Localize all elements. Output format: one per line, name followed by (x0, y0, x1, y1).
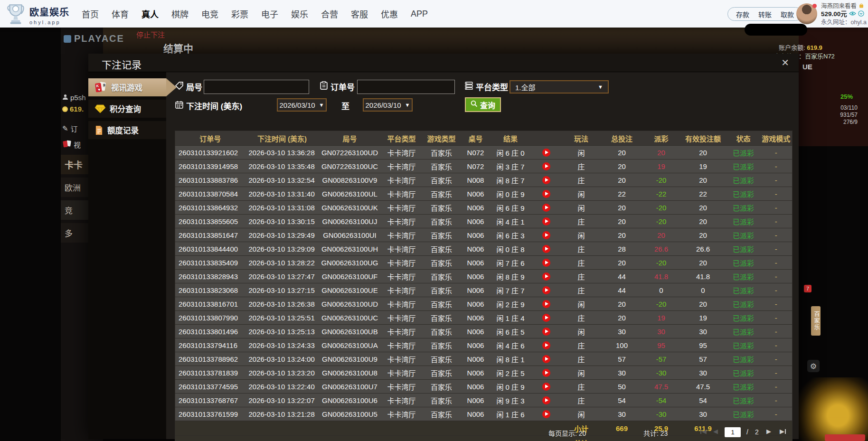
cell-round: GN008263100V9 (319, 173, 381, 187)
permanent-url: 永久网址：ohyl.a (821, 19, 868, 27)
cell-status: 已派彩 (727, 283, 760, 297)
date-from-picker[interactable]: 2026/03/10 ▼ (277, 98, 327, 112)
cell-order: 260310133768767 (175, 394, 245, 407)
replay-button[interactable] (542, 300, 550, 308)
replay-button[interactable] (542, 314, 550, 322)
cell-game-type: 百家乐 (423, 270, 461, 283)
modal-title: 下注记录 (102, 57, 142, 71)
cell-table: N006 (461, 394, 491, 407)
last-page-button[interactable]: ▶ (780, 428, 786, 435)
nav-item[interactable]: 彩票 (231, 8, 248, 20)
nav-item[interactable]: APP (411, 9, 428, 19)
nav-item[interactable]: 娱乐 (291, 8, 308, 20)
cell-payout: -20 (643, 215, 679, 228)
cell-table: N006 (461, 201, 491, 215)
site-logo[interactable]: 欧皇娱乐 ohyl.app (6, 3, 69, 27)
road-stat: 03/110 (807, 104, 858, 112)
replay-button[interactable] (542, 259, 550, 267)
user-avatar[interactable] (796, 3, 817, 24)
nav-item[interactable]: 客服 (351, 8, 368, 20)
page-number-input[interactable]: 1 (725, 427, 741, 437)
video-menu-fragment: 视 (62, 140, 81, 150)
table-row: 2603101338354092026-03-10 13:28:22GN0062… (175, 256, 793, 270)
next-page-button[interactable]: ▶ (766, 428, 771, 435)
cell-play (530, 407, 562, 421)
play-icon (545, 164, 548, 168)
modal-tab[interactable]: 积分查询 (88, 100, 166, 118)
close-icon[interactable]: ✕ (781, 57, 789, 68)
replay-button[interactable] (542, 176, 550, 184)
nav-item[interactable]: 棋牌 (171, 8, 189, 20)
mini-cards-icon (62, 140, 72, 149)
replay-button[interactable] (542, 149, 550, 157)
modal-tab[interactable]: 额度记录 (88, 121, 166, 139)
nav-item[interactable]: 首页 (82, 8, 99, 20)
cell-game-type: 百家乐 (423, 352, 461, 366)
cell-payout: -30 (643, 366, 679, 380)
cell-order: 260310133828943 (175, 270, 245, 283)
date-from-value: 2026/03/10 (280, 101, 315, 109)
cell-game-mode: - (760, 187, 793, 201)
replay-button[interactable] (542, 341, 550, 349)
replay-button[interactable] (542, 190, 550, 198)
cell-table: N006 (461, 187, 491, 201)
date-to-picker[interactable]: 2026/03/10 ▼ (363, 98, 413, 112)
replay-button[interactable] (542, 396, 550, 404)
cell-play-type: 庄 (562, 270, 601, 283)
replay-button[interactable] (542, 204, 550, 212)
platform-select[interactable]: 1.全部 ▼ (509, 80, 609, 94)
round-input[interactable] (204, 80, 309, 94)
replay-button[interactable] (542, 369, 550, 377)
prev-page-button[interactable]: ◀ (713, 428, 718, 435)
modal-tab[interactable]: 9K♥视讯游戏 (88, 78, 166, 96)
order-input[interactable] (357, 80, 455, 94)
nav-item[interactable]: 体育 (112, 8, 129, 20)
refresh-balance-icon[interactable] (858, 10, 864, 19)
cell-table: N006 (461, 311, 491, 325)
nav-item[interactable]: 优惠 (381, 8, 398, 20)
wallet-button[interactable]: 取款 (781, 9, 794, 19)
search-button[interactable]: 查询 (465, 97, 501, 112)
cell-play-type: 闲 (562, 366, 601, 380)
wallet-button[interactable]: 转账 (758, 9, 772, 19)
replay-button[interactable] (542, 328, 550, 336)
nav-item[interactable]: 电子 (261, 8, 278, 20)
replay-button[interactable] (542, 272, 550, 281)
notification-dot (812, 4, 817, 8)
nav-item[interactable]: 合营 (321, 8, 338, 20)
cell-game-type: 百家乐 (423, 215, 461, 228)
replay-button[interactable] (542, 217, 550, 225)
gold-chips-decoration (793, 377, 868, 441)
cell-payout: 19 (643, 311, 679, 325)
replay-button[interactable] (542, 286, 550, 294)
first-page-button[interactable]: ◀ (700, 428, 707, 435)
replay-button[interactable] (542, 355, 550, 363)
cell-status: 已派彩 (727, 338, 760, 352)
cell-result: 闲 8 庄 9 (491, 270, 530, 283)
replay-button[interactable] (542, 162, 550, 170)
total-count-label: 共计: 23 (643, 428, 668, 438)
nav-item[interactable]: 真人 (142, 8, 159, 20)
cell-status: 已派彩 (727, 242, 760, 256)
eye-icon[interactable] (849, 10, 856, 19)
replay-button[interactable] (542, 231, 550, 239)
nav-item[interactable]: 电竞 (201, 8, 218, 20)
replay-button[interactable] (542, 245, 550, 253)
coin-icon (62, 106, 68, 112)
settings-gear-icon[interactable]: ⚙ (807, 360, 820, 372)
cell-total-bet: 20 (601, 146, 643, 160)
column-header: 平台类型 (381, 131, 423, 146)
wallet-button[interactable]: 存款 (736, 9, 749, 19)
cell-table: N072 (461, 146, 491, 160)
table-row: 2603101338705842026-03-10 13:31:40GN0062… (175, 187, 793, 201)
cell-valid-bet: 19 (679, 160, 727, 173)
cell-play (530, 325, 562, 338)
cell-table: N008 (461, 173, 491, 187)
replay-button[interactable] (542, 383, 550, 391)
cell-valid-bet: 20 (679, 215, 727, 228)
cell-payout: -22 (643, 187, 679, 201)
road-stat: 276/9 (807, 119, 858, 126)
replay-button[interactable] (542, 410, 550, 418)
provider-logo-icon (64, 35, 71, 43)
table-row: 2603101337687672026-03-10 13:22:07GN0062… (175, 394, 793, 407)
